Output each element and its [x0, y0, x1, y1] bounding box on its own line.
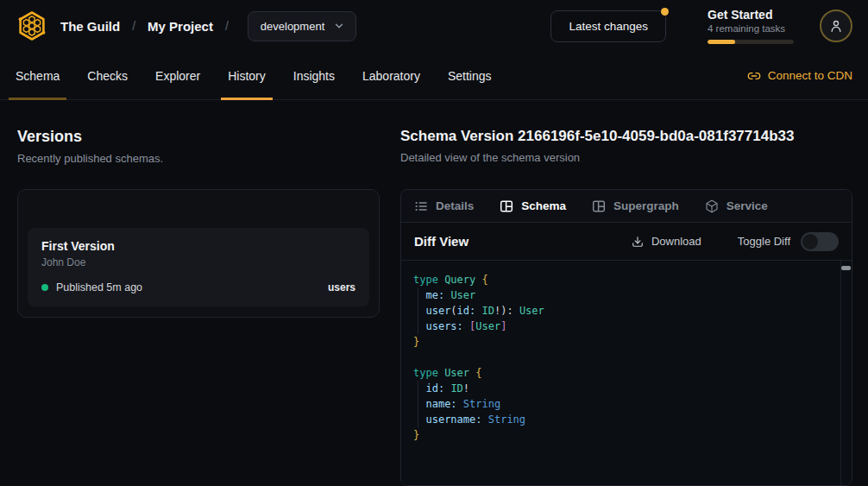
versions-section: Versions Recently published schemas. Fir…: [17, 128, 380, 486]
published-status-dot: [41, 284, 48, 291]
progress-fill: [708, 40, 735, 44]
panels-icon: [592, 199, 606, 213]
version-status: Published 5m ago: [56, 281, 142, 293]
environment-select-value: development: [261, 20, 324, 33]
latest-changes-button[interactable]: Latest changes: [550, 10, 666, 42]
download-button[interactable]: Download: [632, 235, 701, 248]
schema-code-viewer[interactable]: type Query { me: User user(id: ID!): Use…: [401, 260, 852, 485]
get-started-subtitle: 4 remaining tasks: [708, 23, 794, 34]
breadcrumb-separator: /: [130, 19, 137, 33]
tab-supergraph[interactable]: Supergraph: [592, 199, 679, 213]
latest-changes-label: Latest changes: [569, 20, 648, 33]
tab-service-label: Service: [726, 199, 768, 212]
nav-tab-explorer[interactable]: Explorer: [155, 52, 200, 100]
version-name: First Version: [41, 239, 355, 253]
panels-icon: [500, 199, 513, 213]
version-meta-row: Published 5m ago users: [41, 281, 355, 293]
top-bar: The Guild / My Project / development Lat…: [0, 0, 868, 52]
link-icon: [747, 69, 761, 83]
code-scrollbar[interactable]: [840, 261, 852, 485]
toggle-diff-label: Toggle Diff: [738, 235, 790, 248]
code-content: type Query { me: User user(id: ID!): Use…: [413, 272, 829, 443]
code-line: }: [413, 334, 829, 350]
tab-schema-label: Schema: [521, 199, 566, 212]
breadcrumb: The Guild / My Project /: [60, 19, 230, 34]
tab-details-label: Details: [436, 199, 474, 212]
code-line: type Query {: [413, 272, 829, 287]
nav-tab-history[interactable]: History: [228, 52, 266, 100]
list-icon: [414, 199, 428, 213]
tab-supergraph-label: Supergraph: [613, 199, 679, 212]
tab-service[interactable]: Service: [705, 199, 768, 213]
code-line: }: [413, 427, 829, 443]
versions-subtitle: Recently published schemas.: [17, 152, 380, 165]
notification-dot: [661, 8, 669, 16]
diff-toolbar: Diff View Download Toggle Diff: [401, 223, 852, 260]
nav-tab-schema[interactable]: Schema: [16, 52, 60, 100]
cube-icon: [705, 199, 719, 213]
code-line: me: User: [413, 287, 829, 303]
code-line: user(id: ID!): User: [413, 303, 829, 319]
nav-tab-laboratory[interactable]: Laboratory: [362, 52, 420, 100]
download-label: Download: [651, 235, 701, 248]
person-icon: [828, 18, 844, 34]
content: Versions Recently published schemas. Fir…: [0, 100, 868, 486]
tab-schema[interactable]: Schema: [500, 199, 566, 213]
versions-card: First Version John Doe Published 5m ago …: [17, 189, 380, 318]
version-service-badge: users: [328, 281, 355, 293]
user-avatar[interactable]: [820, 9, 852, 42]
breadcrumb-project[interactable]: My Project: [148, 19, 213, 34]
toggle-knob: [802, 234, 818, 249]
chevron-down-icon: [333, 20, 345, 32]
main-nav: Schema Checks Explorer History Insights …: [0, 52, 868, 100]
get-started-title: Get Started: [708, 8, 794, 22]
code-scrollbar-thumb[interactable]: [841, 266, 851, 270]
code-line: id: ID!: [413, 381, 829, 396]
get-started-progress-bar: [708, 40, 794, 44]
version-list-item[interactable]: First Version John Doe Published 5m ago …: [28, 228, 369, 306]
breadcrumb-org[interactable]: The Guild: [60, 19, 120, 34]
version-detail-title: Schema Version 2166196f-5e10-4059-bd0a-0…: [400, 128, 852, 145]
nav-tab-settings[interactable]: Settings: [448, 52, 492, 100]
code-line: users: [User]: [413, 319, 829, 334]
code-line: name: String: [413, 396, 829, 412]
environment-select[interactable]: development: [248, 11, 356, 41]
version-author: John Doe: [41, 256, 355, 268]
get-started-widget[interactable]: Get Started 4 remaining tasks: [708, 8, 794, 44]
connect-to-cdn-link[interactable]: Connect to CDN: [747, 69, 852, 83]
connect-to-cdn-label: Connect to CDN: [768, 69, 852, 82]
tab-details[interactable]: Details: [414, 199, 474, 213]
code-line: username: String: [413, 412, 829, 427]
download-icon: [632, 236, 644, 248]
breadcrumb-separator: /: [223, 19, 230, 33]
versions-title: Versions: [17, 128, 380, 146]
nav-tab-insights[interactable]: Insights: [293, 52, 335, 100]
version-detail-section: Schema Version 2166196f-5e10-4059-bd0a-0…: [400, 128, 852, 486]
diff-view-title: Diff View: [414, 234, 469, 249]
version-detail-subtitle: Detailed view of the schema version: [400, 151, 852, 164]
nav-tab-checks[interactable]: Checks: [87, 52, 128, 100]
code-line: [413, 350, 829, 365]
toggle-diff-switch[interactable]: [801, 232, 839, 251]
toggle-diff-group: Toggle Diff: [738, 232, 839, 251]
version-detail-panel: Details Schema Supergraph: [400, 189, 852, 486]
code-line: type User {: [413, 365, 829, 381]
detail-tabs: Details Schema Supergraph: [401, 190, 852, 223]
hive-logo-icon[interactable]: [16, 9, 48, 42]
